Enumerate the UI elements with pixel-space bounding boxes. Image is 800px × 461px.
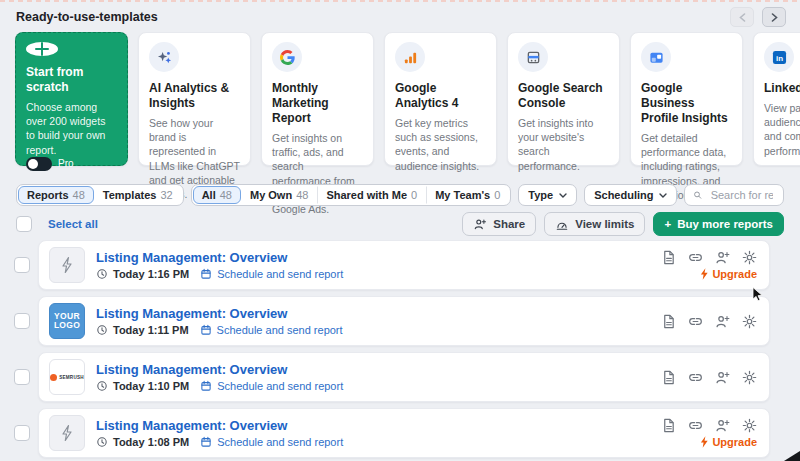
filter-my-own[interactable]: My Own 48 (241, 186, 317, 204)
report-title-link[interactable]: Listing Management: Overview (96, 418, 343, 433)
report-actions (661, 314, 757, 329)
linkedin-icon: in (764, 42, 794, 72)
filter-shared-with-me[interactable]: Shared with Me 0 (317, 186, 426, 204)
tab-templates[interactable]: Templates 32 (94, 186, 182, 204)
report-title-link[interactable]: Listing Management: Overview (96, 362, 343, 377)
filter-my-teams[interactable]: My Team's 0 (426, 186, 509, 204)
view-limits-button[interactable]: View limits (544, 212, 645, 236)
template-title: Monthly Marketing Report (272, 81, 363, 126)
row-checkbox[interactable] (14, 369, 30, 385)
clock-icon (96, 380, 108, 392)
filter-label: All (202, 189, 216, 201)
person-add-icon[interactable] (715, 314, 730, 329)
gear-icon[interactable] (742, 418, 757, 433)
screen-corner-artifact (784, 451, 800, 461)
pro-toggle-row: Pro (26, 157, 117, 171)
action-bar: Select all Share View limits + Buy more … (16, 212, 784, 236)
report-time: Today 1:08 PM (113, 436, 189, 448)
upgrade-label: Upgrade (712, 268, 757, 280)
row-checkbox[interactable] (14, 313, 30, 329)
export-pdf-icon[interactable] (661, 250, 676, 265)
filter-label: My Own (250, 189, 292, 201)
person-add-icon[interactable] (715, 418, 730, 433)
plus-icon: + (664, 218, 671, 230)
row-checkbox[interactable] (14, 425, 30, 441)
scheduling-dropdown[interactable]: Scheduling (584, 184, 677, 206)
search-icon (693, 189, 702, 201)
schedule-send-link[interactable]: Schedule and send report (217, 268, 343, 280)
select-all-label[interactable]: Select all (48, 218, 98, 230)
clock-icon (96, 324, 108, 336)
select-all-checkbox[interactable] (16, 216, 32, 232)
template-card-ga4[interactable]: Google Analytics 4 Get key metrics such … (384, 32, 497, 166)
type-dropdown[interactable]: Type (518, 184, 577, 206)
tab-reports[interactable]: Reports 48 (18, 186, 94, 204)
upgrade-bolt-icon (700, 268, 709, 280)
pro-toggle[interactable] (26, 157, 52, 171)
link-icon[interactable] (688, 314, 703, 329)
gear-icon[interactable] (742, 314, 757, 329)
tab-label: Reports (27, 189, 69, 201)
template-card-linkedin-pages[interactable]: in LinkedIn Pages View page audience met… (753, 32, 800, 166)
report-meta: Today 1:16 PM Schedule and send report (96, 268, 343, 280)
filter-count: 48 (220, 189, 232, 201)
carousel-next-button[interactable] (762, 7, 786, 27)
schedule-send-link[interactable]: Schedule and send report (217, 380, 343, 392)
person-add-icon[interactable] (715, 370, 730, 385)
schedule-send-link[interactable]: Schedule and send report (217, 436, 343, 448)
view-limits-label: View limits (575, 218, 634, 230)
report-card[interactable]: YOUR LOGO Listing Management: Overview T… (38, 296, 770, 346)
upgrade-link[interactable]: Upgrade (700, 268, 757, 280)
template-card-monthly-marketing[interactable]: Monthly Marketing Report Get insights on… (261, 32, 374, 166)
row-checkbox[interactable] (14, 257, 30, 273)
search-input[interactable] (709, 188, 775, 202)
report-meta: Today 1:11 PM Schedule and send report (96, 324, 343, 336)
report-title-link[interactable]: Listing Management: Overview (96, 306, 343, 321)
mouse-cursor (752, 287, 765, 302)
lightning-icon (59, 256, 75, 274)
link-icon[interactable] (688, 418, 703, 433)
dropdown-label: Type (528, 189, 553, 201)
upgrade-link[interactable]: Upgrade (700, 436, 757, 448)
template-card-ai-analytics[interactable]: AI Analytics & Insights See how your bra… (138, 32, 251, 166)
template-card-business-profile[interactable]: Google Business Profile Insights Get det… (630, 32, 743, 166)
report-card[interactable]: Listing Management: Overview Today 1:08 … (38, 408, 770, 458)
export-pdf-icon[interactable] (661, 418, 676, 433)
plus-icon (26, 42, 58, 56)
upgrade-bolt-icon (700, 436, 709, 448)
report-row: SEMRUSH Listing Management: Overview Tod… (14, 352, 770, 402)
clock-icon (96, 436, 108, 448)
reports-templates-tabs: Reports 48 Templates 32 (16, 184, 184, 206)
calendar-icon (200, 324, 212, 336)
template-body: View page audience metrics and compare p… (764, 101, 800, 158)
filter-label: My Team's (435, 189, 490, 201)
gear-icon[interactable] (742, 250, 757, 265)
share-button[interactable]: Share (462, 212, 536, 236)
link-icon[interactable] (688, 250, 703, 265)
google-g-icon (272, 42, 302, 72)
report-card[interactable]: SEMRUSH Listing Management: Overview Tod… (38, 352, 770, 402)
buy-more-label: Buy more reports (677, 218, 773, 230)
buy-more-reports-button[interactable]: + Buy more reports (653, 212, 784, 236)
link-icon[interactable] (688, 370, 703, 385)
report-card[interactable]: Listing Management: Overview Today 1:16 … (38, 240, 770, 290)
filter-label: Shared with Me (326, 189, 407, 201)
schedule-send-link[interactable]: Schedule and send report (217, 324, 343, 336)
tab-count: 48 (73, 189, 85, 201)
template-card-search-console[interactable]: Google Search Console Get insights into … (507, 32, 620, 166)
template-card-start-from-scratch[interactable]: Start from scratch Choose among over 200… (15, 32, 128, 166)
template-title: Google Business Profile Insights (641, 81, 732, 126)
person-add-icon[interactable] (715, 250, 730, 265)
chevron-down-icon (559, 193, 567, 198)
chevron-right-icon (771, 13, 778, 22)
tab-count: 32 (160, 189, 172, 201)
export-pdf-icon[interactable] (661, 314, 676, 329)
export-pdf-icon[interactable] (661, 370, 676, 385)
report-info: Listing Management: Overview Today 1:16 … (96, 250, 343, 280)
semrush-logo-icon (50, 374, 57, 381)
report-title-link[interactable]: Listing Management: Overview (96, 250, 343, 265)
calendar-icon (200, 436, 212, 448)
filter-all[interactable]: All 48 (193, 186, 241, 204)
carousel-prev-button[interactable] (730, 7, 754, 27)
gear-icon[interactable] (742, 370, 757, 385)
